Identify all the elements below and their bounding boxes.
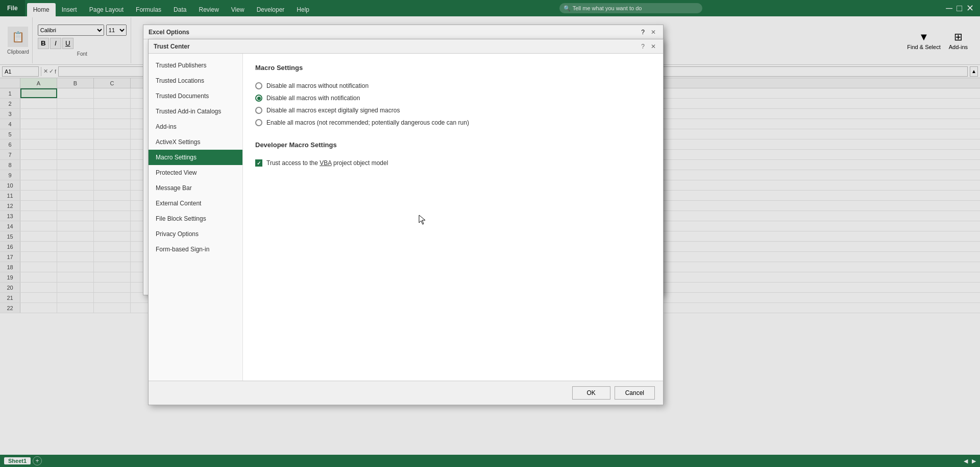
trust-center-dialog: Trust Center ? ✕ Trusted Publishers Trus… [148,39,664,405]
developer-macro-settings-section: Developer Macro Settings Trust access to… [255,141,651,169]
trust-center-body: Trusted Publishers Trusted Locations Tru… [149,54,663,381]
radio-disable-no-notify-label: Disable all macros without notification [266,82,369,89]
trust-center-titlebar: Trust Center ? ✕ [149,39,663,54]
radio-item-disable-notify[interactable]: Disable all macros with notification [255,92,651,104]
trust-center-content: Macro Settings Disable all macros withou… [243,54,663,381]
cancel-button[interactable]: Cancel [615,386,655,400]
sidebar-item-trusted-locations[interactable]: Trusted Locations [149,73,242,88]
radio-disable-no-notify-indicator [255,82,262,89]
sidebar-item-message-bar[interactable]: Message Bar [149,180,242,196]
ok-button[interactable]: OK [572,386,610,400]
radio-disable-notify-indicator [255,95,262,102]
radio-item-enable-all[interactable]: Enable all macros (not recommended; pote… [255,116,651,129]
trust-center-close-button[interactable]: ✕ [649,42,658,51]
sidebar-item-trusted-add-in-catalogs[interactable]: Trusted Add-in Catalogs [149,104,242,119]
checkbox-trust-vba-indicator [255,159,262,167]
radio-enable-all-indicator [255,119,262,126]
trust-center-help-icon[interactable]: ? [641,43,645,50]
trust-center-footer: OK Cancel [149,381,663,405]
trust-center-title: Trust Center [154,43,190,50]
sidebar-item-privacy-options[interactable]: Privacy Options [149,226,242,242]
excel-options-close-button[interactable]: ✕ [649,28,658,37]
radio-item-disable-except-signed[interactable]: Disable all macros except digitally sign… [255,104,651,116]
sidebar-item-trusted-documents[interactable]: Trusted Documents [149,88,242,104]
sidebar-item-external-content[interactable]: External Content [149,196,242,211]
excel-background: File Home Insert Page Layout Formulas Da… [0,0,980,467]
sidebar-item-form-based-sign-in[interactable]: Form-based Sign-in [149,242,242,257]
checkbox-trust-vba-label: Trust access to the VBA project object m… [266,159,388,167]
macro-settings-title: Macro Settings [255,64,651,72]
excel-options-help-icon[interactable]: ? [641,29,645,36]
checkbox-item-trust-vba[interactable]: Trust access to the VBA project object m… [255,157,651,169]
sidebar-item-add-ins[interactable]: Add-ins [149,119,242,134]
radio-enable-all-label: Enable all macros (not recommended; pote… [266,119,469,126]
excel-options-title: Excel Options [149,29,189,36]
dialog-overlay: Excel Options ? ✕ Trust Center ? ✕ T [0,0,980,467]
trust-center-nav: Trusted Publishers Trusted Locations Tru… [149,54,243,381]
vba-underline: VBA [320,159,331,167]
radio-item-disable-no-notify[interactable]: Disable all macros without notification [255,80,651,92]
radio-disable-notify-label: Disable all macros with notification [266,95,360,102]
sidebar-item-activex-settings[interactable]: ActiveX Settings [149,134,242,150]
sidebar-item-protected-view[interactable]: Protected View [149,165,242,180]
sidebar-item-file-block-settings[interactable]: File Block Settings [149,211,242,226]
macro-settings-radio-group: Disable all macros without notification … [255,80,651,129]
sidebar-item-trusted-publishers[interactable]: Trusted Publishers [149,58,242,73]
radio-disable-except-signed-label: Disable all macros except digitally sign… [266,107,400,114]
radio-disable-except-signed-indicator [255,107,262,114]
developer-macro-settings-title: Developer Macro Settings [255,141,651,149]
sidebar-item-macro-settings[interactable]: Macro Settings [149,150,242,165]
excel-options-titlebar: Excel Options ? ✕ [143,25,663,39]
